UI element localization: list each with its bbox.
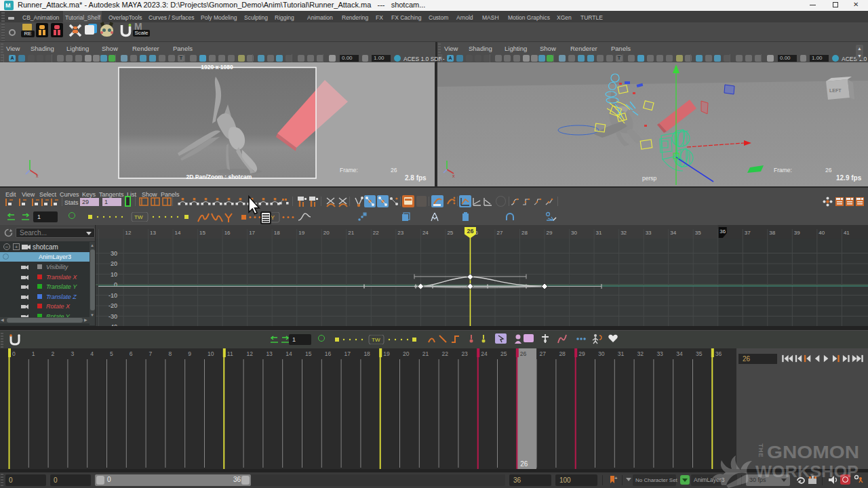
svg-text:18: 18 bbox=[363, 350, 370, 357]
svg-text:11: 11 bbox=[227, 350, 233, 357]
svg-text:x: x bbox=[36, 174, 39, 178]
svg-text:4: 4 bbox=[90, 350, 94, 357]
svg-text:x: x bbox=[452, 174, 455, 178]
svg-text:24: 24 bbox=[481, 350, 488, 357]
svg-text:35: 35 bbox=[696, 350, 703, 357]
svg-text:22: 22 bbox=[373, 230, 379, 236]
svg-text:21: 21 bbox=[348, 230, 354, 236]
svg-text:10: 10 bbox=[111, 271, 117, 278]
svg-text:32: 32 bbox=[637, 350, 644, 357]
svg-text:33: 33 bbox=[646, 230, 652, 236]
svg-text:26: 26 bbox=[520, 460, 528, 468]
svg-text:37: 37 bbox=[745, 230, 751, 236]
svg-text:23: 23 bbox=[461, 350, 468, 357]
svg-text:35: 35 bbox=[695, 230, 701, 236]
svg-text:1: 1 bbox=[32, 350, 35, 357]
svg-text:6: 6 bbox=[130, 350, 133, 357]
svg-text:26: 26 bbox=[467, 228, 473, 235]
svg-text:32: 32 bbox=[620, 230, 627, 236]
svg-text:23: 23 bbox=[397, 230, 403, 236]
svg-text:TW: TW bbox=[134, 214, 143, 220]
svg-text:-20: -20 bbox=[108, 302, 117, 309]
svg-text:9: 9 bbox=[188, 350, 191, 357]
svg-text:26: 26 bbox=[520, 350, 527, 357]
svg-text:13: 13 bbox=[266, 350, 273, 357]
svg-text:17: 17 bbox=[249, 230, 255, 236]
svg-text:30: 30 bbox=[598, 350, 605, 357]
svg-text:12: 12 bbox=[125, 230, 132, 236]
svg-text:38: 38 bbox=[769, 230, 775, 236]
svg-text:18: 18 bbox=[274, 230, 280, 236]
svg-text:27: 27 bbox=[540, 350, 547, 357]
svg-text:30: 30 bbox=[111, 250, 117, 257]
svg-text:12: 12 bbox=[247, 350, 254, 357]
svg-text:0: 0 bbox=[114, 281, 117, 288]
svg-text:25: 25 bbox=[500, 350, 507, 357]
svg-text:13: 13 bbox=[150, 230, 156, 236]
svg-text:8: 8 bbox=[168, 350, 172, 357]
svg-text:22: 22 bbox=[442, 350, 449, 357]
svg-text:21: 21 bbox=[422, 350, 429, 357]
svg-text:3: 3 bbox=[71, 350, 74, 357]
svg-text:5: 5 bbox=[110, 350, 113, 357]
svg-text:33: 33 bbox=[656, 350, 663, 357]
svg-text:17: 17 bbox=[344, 350, 351, 357]
svg-text:2: 2 bbox=[52, 350, 55, 357]
svg-text:29: 29 bbox=[547, 230, 553, 236]
svg-text:24: 24 bbox=[422, 230, 429, 236]
svg-text:7: 7 bbox=[149, 350, 153, 357]
svg-text:19: 19 bbox=[298, 230, 304, 236]
svg-text:29: 29 bbox=[578, 350, 585, 357]
svg-text:10: 10 bbox=[208, 350, 214, 357]
svg-text:14: 14 bbox=[285, 350, 292, 357]
svg-text:20: 20 bbox=[111, 260, 117, 267]
svg-text:+: + bbox=[614, 475, 618, 481]
svg-text:-10: -10 bbox=[108, 292, 117, 299]
svg-text:LEFT: LEFT bbox=[829, 88, 842, 93]
svg-text:20: 20 bbox=[403, 350, 410, 357]
svg-text:28: 28 bbox=[521, 230, 528, 236]
svg-text:0: 0 bbox=[12, 350, 16, 357]
svg-text:-30: -30 bbox=[108, 313, 117, 320]
svg-text:14: 14 bbox=[175, 230, 181, 236]
svg-text:31: 31 bbox=[618, 350, 625, 357]
svg-text:15: 15 bbox=[199, 230, 205, 236]
svg-text:34: 34 bbox=[676, 350, 683, 357]
svg-text:39: 39 bbox=[794, 230, 800, 236]
svg-text:27: 27 bbox=[496, 230, 502, 236]
svg-text:36: 36 bbox=[719, 228, 726, 235]
svg-text:41: 41 bbox=[844, 230, 850, 236]
svg-text:31: 31 bbox=[596, 230, 602, 236]
svg-text:36: 36 bbox=[715, 350, 722, 357]
svg-text:30: 30 bbox=[571, 230, 577, 236]
svg-text:28: 28 bbox=[559, 350, 566, 357]
svg-text:40: 40 bbox=[818, 230, 825, 236]
svg-text:34: 34 bbox=[670, 230, 676, 236]
svg-text:16: 16 bbox=[224, 230, 231, 236]
svg-text:TW: TW bbox=[372, 337, 380, 343]
svg-text:25: 25 bbox=[447, 230, 453, 236]
svg-text:16: 16 bbox=[325, 350, 332, 357]
svg-text:19: 19 bbox=[383, 350, 390, 357]
svg-text:20: 20 bbox=[323, 230, 330, 236]
svg-text:15: 15 bbox=[305, 350, 312, 357]
